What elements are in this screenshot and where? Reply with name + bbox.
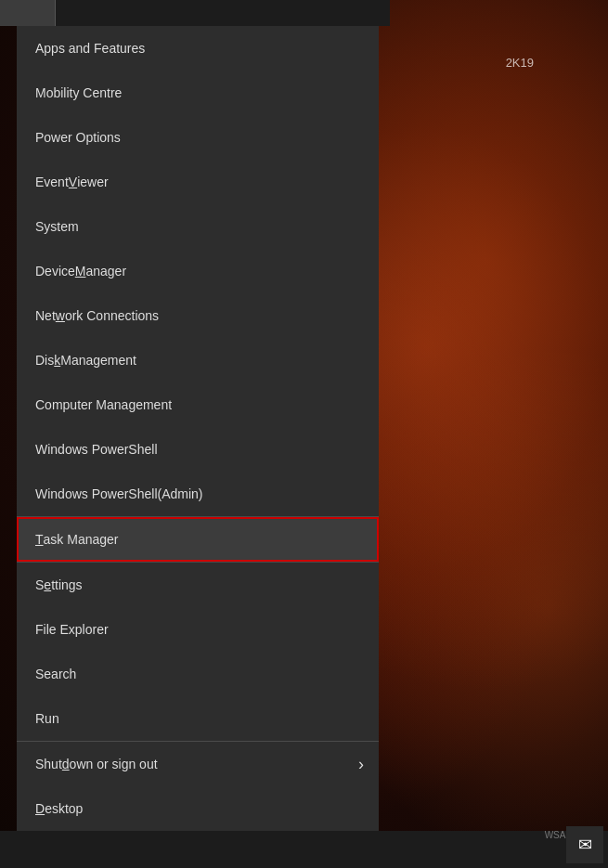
taskbar-tab[interactable] <box>0 0 56 26</box>
menu-item-settings[interactable]: Settings <box>17 563 379 607</box>
menu-item-system[interactable]: System <box>17 204 379 249</box>
menu-item-shut-down[interactable]: Shut down or sign out <box>17 742 379 786</box>
menu-item-network-connections[interactable]: Network Connections <box>17 293 379 338</box>
menu-item-file-explorer[interactable]: File Explorer <box>17 607 379 652</box>
taskbar-bottom <box>0 831 608 868</box>
menu-item-desktop[interactable]: Desktop <box>17 786 379 831</box>
context-menu: Apps and FeaturesMobility CentrePower Op… <box>17 26 379 831</box>
menu-item-disk-management[interactable]: Disk Management <box>17 338 379 382</box>
taskbar-top <box>0 0 390 26</box>
mail-icon: ✉ <box>578 835 592 855</box>
menu-item-power-options[interactable]: Power Options <box>17 115 379 160</box>
menu-item-task-manager[interactable]: Task Manager <box>17 517 379 562</box>
menu-item-device-manager[interactable]: Device Manager <box>17 249 379 293</box>
menu-item-windows-powershell[interactable]: Windows PowerShell <box>17 427 379 472</box>
menu-item-event-viewer[interactable]: Event Viewer <box>17 160 379 204</box>
menu-item-computer-management[interactable]: Computer Management <box>17 382 379 427</box>
menu-item-mobility-centre[interactable]: Mobility Centre <box>17 71 379 115</box>
menu-item-run[interactable]: Run <box>17 696 379 741</box>
version-badge: 2K19 <box>506 56 534 70</box>
menu-item-apps-and-features[interactable]: Apps and Features <box>17 26 379 71</box>
menu-item-windows-powershell-admin[interactable]: Windows PowerShell (Admin) <box>17 472 379 516</box>
menu-item-search[interactable]: Search <box>17 652 379 696</box>
mail-icon-area[interactable]: ✉ <box>566 826 603 863</box>
